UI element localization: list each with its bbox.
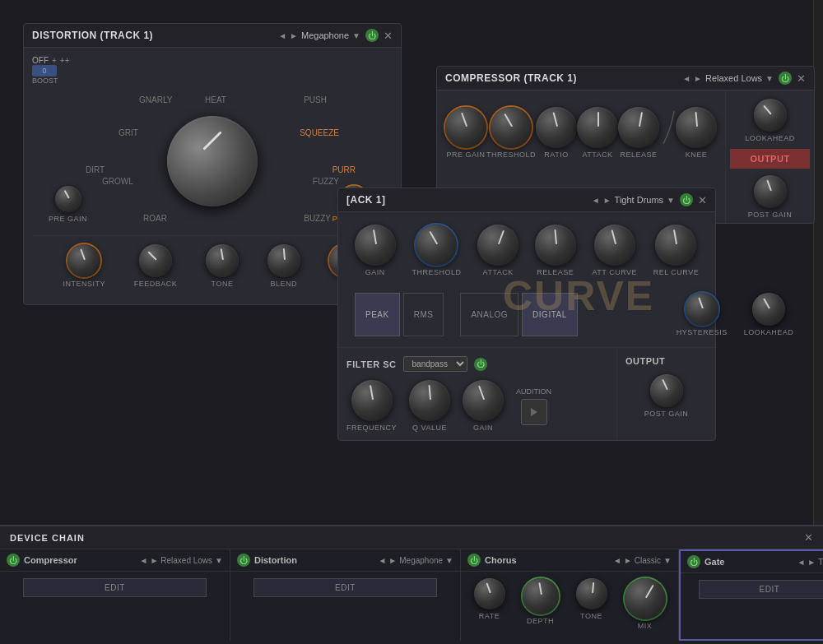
chorus-rate-container: RATE (474, 578, 505, 630)
comp-release-knob[interactable] (618, 107, 659, 148)
chain-chorus-dropdown[interactable]: ▼ (663, 556, 672, 565)
audition-button[interactable] (521, 399, 547, 425)
compressor-main-knobs: PRE GAIN THRESHOLD RATIO (437, 95, 725, 171)
hysteresis-knob[interactable] (686, 293, 718, 326)
comp-attack-label: ATTACK (582, 151, 612, 159)
distortion-controls: ◄ ► Megaphone ▼ ⏻ ✕ (278, 29, 393, 42)
output-postgain-knob[interactable] (650, 374, 683, 407)
audition-group: AUDITION (516, 387, 551, 425)
filter-power-button[interactable]: ⏻ (474, 358, 487, 371)
blend-knob[interactable] (267, 244, 300, 277)
chain-comp-prev[interactable]: ◄ (139, 556, 147, 565)
chorus-tone-knob[interactable] (576, 578, 607, 609)
filter-knobs: FREQUENCY Q VALUE GAIN (346, 380, 608, 432)
comp-spacer (659, 107, 676, 159)
chain-gate-header: ⏻ Gate ◄ ► Tight Dru (681, 551, 823, 573)
transient-power-button[interactable]: ⏻ (680, 193, 693, 206)
analog-digital-group: ANALOG DIGITAL (460, 293, 577, 336)
trans-threshold-knob[interactable] (416, 225, 457, 266)
chain-chorus-preset: Classic (635, 556, 661, 565)
blend-container: BLEND (267, 244, 300, 288)
device-chain-close-button[interactable]: ✕ (804, 531, 813, 544)
chain-comp-next[interactable]: ► (150, 556, 158, 565)
filter-type-select[interactable]: bandpass lowpass highpass (403, 356, 467, 372)
transient-title: [ACK 1] (346, 194, 386, 206)
chain-dist-edit[interactable]: EDIT (253, 578, 437, 597)
distortion-prev-arrow[interactable]: ◄ (278, 31, 286, 40)
chain-gate-preset: Tight Dru (818, 558, 823, 567)
distortion-close-button[interactable]: ✕ (384, 30, 393, 42)
squeeze-label: SQUEEZE (300, 128, 339, 137)
trans-gain-knob[interactable] (355, 225, 396, 266)
chain-comp-preset-nav: ◄ ► Relaxed Lows ▼ (139, 556, 223, 565)
comp-lookahead-knob[interactable] (754, 99, 787, 132)
trans-att-curve-knob[interactable] (594, 225, 635, 266)
chain-comp-power[interactable]: ⏻ (7, 554, 20, 567)
output-postgain-container: POST GAIN (625, 374, 707, 418)
compressor-power-button[interactable]: ⏻ (779, 72, 792, 85)
comp-ratio-knob[interactable] (536, 107, 577, 148)
trans-attack-knob[interactable] (477, 225, 518, 266)
chain-gate-prev[interactable]: ◄ (797, 558, 805, 567)
tone-knob[interactable] (206, 244, 239, 277)
comp-pregain-knob[interactable] (445, 107, 486, 148)
rms-button[interactable]: RMS (403, 293, 444, 336)
boost-plusplus[interactable]: ++ (60, 56, 70, 65)
comp-attack-knob[interactable] (577, 107, 618, 148)
chain-chorus-prev[interactable]: ◄ (613, 556, 621, 565)
trans-dropdown-arrow[interactable]: ▼ (667, 196, 675, 205)
digital-button[interactable]: DIGITAL (522, 293, 578, 336)
chain-comp-dropdown[interactable]: ▼ (215, 556, 223, 565)
comp-postgain-knob[interactable] (754, 175, 787, 208)
chain-gate-power[interactable]: ⏻ (687, 555, 700, 568)
dist-pregain-knob[interactable] (55, 186, 81, 212)
comp-threshold-knob[interactable] (491, 107, 532, 148)
chorus-mix-knob[interactable] (625, 578, 666, 619)
chain-dist-next[interactable]: ► (388, 556, 397, 565)
trans-rel-curve-knob[interactable] (655, 225, 696, 266)
trans-next-arrow[interactable]: ► (603, 196, 611, 205)
comp-output-button[interactable]: OUTPUT (730, 149, 810, 169)
chain-comp-name: Compressor (24, 555, 77, 565)
chorus-depth-knob[interactable] (523, 578, 559, 614)
chain-dist-preset-nav: ◄ ► Megaphone ▼ (378, 556, 453, 565)
filter-freq-knob[interactable] (351, 380, 393, 421)
chain-dist-prev[interactable]: ◄ (378, 556, 386, 565)
chain-comp-edit[interactable]: EDIT (23, 578, 207, 597)
hyst-label: HYSTERESIS (677, 328, 728, 336)
compressor-close-button[interactable]: ✕ (797, 72, 806, 85)
chain-chorus-power[interactable]: ⏻ (467, 554, 481, 567)
intensity-knob[interactable] (67, 244, 100, 277)
comp-prev-arrow[interactable]: ◄ (682, 74, 690, 83)
chain-chorus-next[interactable]: ► (624, 556, 632, 565)
feedback-knob[interactable] (139, 244, 172, 277)
comp-knee-knob[interactable] (676, 107, 717, 148)
heat-label: HEAT (205, 95, 226, 104)
peak-button[interactable]: PEAK (355, 293, 400, 336)
distortion-main-knob[interactable] (167, 116, 258, 206)
analog-button[interactable]: ANALOG (460, 293, 518, 336)
distortion-next-arrow[interactable]: ► (290, 31, 298, 40)
chain-dist-dropdown[interactable]: ▼ (445, 556, 453, 565)
boost-off[interactable]: OFF (32, 56, 49, 65)
comp-knee-container: KNEE (676, 107, 717, 159)
chain-gate-edit[interactable]: EDIT (699, 580, 823, 599)
boost-plus[interactable]: + (52, 56, 57, 65)
filter-q-knob[interactable] (409, 380, 450, 421)
distortion-dropdown-arrow[interactable]: ▼ (352, 31, 360, 40)
comp-next-arrow[interactable]: ► (694, 74, 702, 83)
filter-gain-knob[interactable] (463, 380, 504, 421)
chorus-rate-knob[interactable] (474, 578, 505, 609)
trans-prev-arrow[interactable]: ◄ (592, 196, 600, 205)
transient-close-button[interactable]: ✕ (698, 194, 707, 206)
distortion-power-button[interactable]: ⏻ (365, 29, 379, 42)
dirt-label: DIRT (86, 165, 105, 174)
mode-buttons: PEAK RMS ANALOG DIGITAL (338, 289, 715, 341)
trans-release-knob[interactable] (535, 225, 576, 266)
trans-gain-container: GAIN (355, 225, 396, 276)
chain-dist-power[interactable]: ⏻ (237, 554, 250, 567)
chain-gate-next[interactable]: ► (807, 558, 816, 567)
comp-dropdown-arrow[interactable]: ▼ (765, 74, 774, 83)
trans-lookahead-knob[interactable] (752, 293, 785, 326)
comp-postgain-container: POST GAIN (748, 175, 792, 219)
